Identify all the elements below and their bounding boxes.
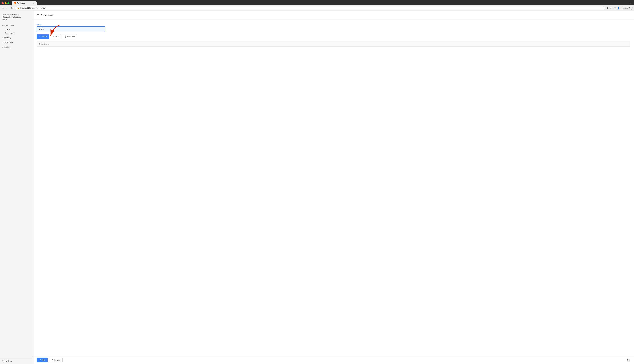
page-title: Customer: [40, 14, 54, 17]
name-form-group: Name: [36, 24, 105, 32]
bottom-bar: ✓ OK ⊘ Cancel 💬: [33, 356, 634, 364]
orders-table: Order date ⇅: [36, 42, 630, 47]
datatools-section-label: Data Tools: [4, 41, 13, 44]
bottom-actions: ✓ OK ⊘ Cancel: [36, 358, 62, 362]
nav-actions: ⬇ ☆ ⬚ 👤 Update ⋮: [606, 6, 632, 10]
feedback-button[interactable]: 💬: [627, 358, 630, 362]
update-chevron: ⋮: [629, 7, 630, 9]
browser-tab-active[interactable]: Customer ✕: [12, 1, 36, 5]
cancel-button[interactable]: ⊘ Cancel: [49, 358, 62, 362]
logout-button[interactable]: ⇥: [10, 360, 12, 362]
main-header: ☰ Customer: [33, 11, 634, 20]
minimize-traffic-light[interactable]: [5, 2, 6, 4]
security-section-label: Security: [4, 37, 11, 39]
table-header-order-date[interactable]: Order date ⇅: [37, 42, 630, 47]
create-button[interactable]: + Create: [36, 34, 49, 39]
main-content-area: ☰ Customer Name + Create ✎ Edit 🗑 Remo: [33, 11, 634, 364]
svg-point-0: [14, 3, 16, 4]
name-input[interactable]: [36, 26, 105, 32]
admin-label: [admin]: [2, 360, 8, 362]
sidebar-footer: [admin] ⇥: [0, 358, 32, 364]
edit-pencil-icon: ✎: [52, 36, 54, 38]
sidebar-section-system-header[interactable]: › System: [0, 45, 32, 49]
sidebar: Jmix Flowui ProblemComposition Ui Withou…: [0, 11, 33, 364]
system-section-label: System: [4, 46, 10, 48]
new-tab-button[interactable]: +: [37, 2, 41, 5]
sidebar-section-datatools: › Data Tools: [0, 40, 32, 44]
back-button[interactable]: ‹: [2, 6, 4, 10]
profile-icon[interactable]: 👤: [617, 6, 620, 10]
tab-favicon: [14, 2, 16, 4]
address-text: localhost:8080/customers/new: [20, 7, 46, 9]
sidebar-brand: Jmix Flowui ProblemComposition Ui Withou…: [2, 13, 30, 21]
close-traffic-light[interactable]: [2, 2, 4, 4]
bookmark-icon[interactable]: ☆: [610, 6, 612, 10]
sidebar-section-application: ▾ Application Users Customers: [0, 24, 32, 35]
update-label: Update: [623, 7, 628, 9]
sort-icon: ⇅: [48, 43, 49, 45]
remove-button[interactable]: 🗑 Remove: [62, 34, 77, 39]
sidebar-section-security-header[interactable]: › Security: [0, 36, 32, 40]
sidebar-item-customers[interactable]: Customers: [0, 31, 32, 35]
lock-icon: 🔒: [17, 7, 20, 9]
download-icon[interactable]: ⬇: [606, 6, 609, 10]
sidebar-section-application-header[interactable]: ▾ Application: [0, 24, 32, 28]
traffic-lights: [2, 2, 9, 4]
tab-title: Customer: [17, 2, 25, 4]
address-bar[interactable]: 🔒 localhost:8080/customers/new: [15, 6, 605, 10]
tab-bar-scroll: ⌄: [629, 2, 632, 4]
sidebar-item-users[interactable]: Users: [0, 28, 32, 31]
sidebar-section-security: › Security: [0, 36, 32, 40]
cancel-icon: ⊘: [52, 359, 53, 361]
reload-button[interactable]: ↻: [10, 6, 14, 10]
tab-close-button[interactable]: ✕: [33, 2, 34, 4]
chevron-right-icon-3: ›: [2, 46, 3, 48]
name-label: Name: [36, 24, 105, 26]
edit-button[interactable]: ✎ Edit: [50, 34, 61, 39]
forward-button[interactable]: ›: [6, 6, 8, 10]
menu-hamburger-icon[interactable]: ☰: [36, 14, 39, 17]
update-button[interactable]: Update ⋮: [621, 6, 632, 10]
application-section-label: Application: [4, 24, 14, 27]
sidebar-header: Jmix Flowui ProblemComposition Ui Withou…: [0, 11, 32, 23]
orders-toolbar: + Create ✎ Edit 🗑 Remove: [36, 34, 630, 39]
ok-button[interactable]: ✓ OK: [36, 358, 48, 362]
chevron-right-icon-2: ›: [2, 42, 3, 43]
trash-icon: 🗑: [64, 36, 66, 38]
sidebar-section-system: › System: [0, 45, 32, 49]
plus-icon: +: [39, 36, 40, 38]
sidebar-section-datatools-header[interactable]: › Data Tools: [0, 40, 32, 44]
main-form: Name + Create ✎ Edit 🗑 Remove: [33, 20, 634, 356]
checkmark-icon: ✓: [39, 359, 41, 361]
chevron-right-icon: ›: [2, 37, 3, 39]
maximize-traffic-light[interactable]: [8, 2, 9, 4]
chevron-down-icon: ▾: [2, 25, 3, 26]
extensions-icon[interactable]: ⬚: [613, 6, 616, 10]
